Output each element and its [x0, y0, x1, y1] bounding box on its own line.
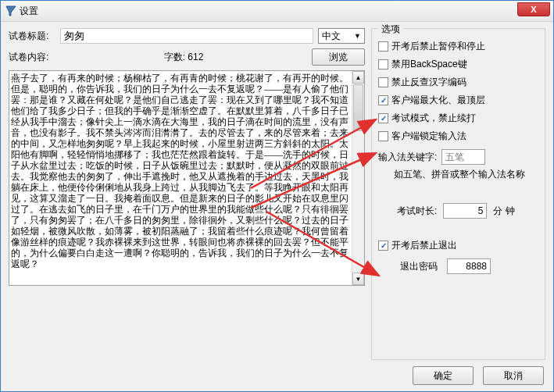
- duration-unit: 分 钟: [493, 205, 514, 218]
- keyword-input[interactable]: [441, 149, 485, 165]
- char-count: 字数: 612: [60, 51, 307, 64]
- language-select[interactable]: 中文 ▼: [318, 28, 365, 44]
- checkbox-lookup[interactable]: [378, 77, 388, 87]
- options-group: 选项 开考后禁止暂停和停止 禁用BackSpace键 禁止反查汉字编码 客户端最…: [371, 28, 545, 360]
- checkbox-lock-ime-label: 客户端锁定输入法: [391, 130, 466, 143]
- titlebar: 设置 X: [1, 1, 553, 22]
- checkbox-exam-mode-label: 考试模式，禁止续打: [391, 112, 476, 125]
- content-label: 试卷内容:: [9, 51, 55, 64]
- app-icon: [5, 5, 16, 16]
- title-label: 试卷标题:: [9, 30, 55, 43]
- checkbox-exam-mode[interactable]: [378, 113, 388, 123]
- scroll-down-icon[interactable]: ▼: [352, 273, 364, 285]
- scrollbar[interactable]: ▲ ▼: [352, 71, 364, 285]
- duration-label: 考试时长:: [397, 205, 437, 218]
- checkbox-lookup-label: 禁止反查汉字编码: [391, 76, 466, 89]
- cancel-button[interactable]: 取消: [483, 366, 544, 385]
- scroll-up-icon[interactable]: ▲: [352, 71, 364, 84]
- language-value: 中文: [322, 30, 341, 43]
- close-button[interactable]: X: [517, 2, 550, 16]
- duration-input[interactable]: [443, 203, 487, 219]
- ok-button[interactable]: 确定: [413, 366, 474, 385]
- checkbox-pause-stop[interactable]: [378, 41, 388, 52]
- content-textarea[interactable]: 燕子去了，有再来的时候；杨柳枯了，有再青的时候；桃花谢了，有再开的时候。但是，聪…: [9, 70, 365, 286]
- checkbox-forbid-exit-label: 开考后禁止退出: [391, 239, 457, 252]
- scroll-thumb[interactable]: [353, 84, 363, 131]
- checkbox-maximize[interactable]: [378, 95, 388, 105]
- exit-password-input[interactable]: [447, 258, 491, 274]
- checkbox-backspace[interactable]: [378, 59, 388, 69]
- options-group-label: 选项: [378, 23, 403, 36]
- checkbox-backspace-label: 禁用BackSpace键: [391, 58, 467, 71]
- checkbox-lock-ime[interactable]: [378, 131, 388, 141]
- close-icon: X: [531, 5, 536, 14]
- browse-button[interactable]: 浏览: [312, 48, 365, 66]
- checkbox-forbid-exit[interactable]: [378, 241, 388, 251]
- keyword-hint: 如五笔、拼音或整个输入法名称: [394, 168, 538, 181]
- checkbox-maximize-label: 客户端最大化、最顶层: [391, 94, 485, 107]
- window-title: 设置: [20, 5, 38, 18]
- exit-password-label: 退出密码: [400, 260, 438, 273]
- title-input[interactable]: [60, 28, 313, 44]
- checkbox-pause-stop-label: 开考后禁止暂停和停止: [391, 40, 485, 53]
- chevron-down-icon: ▼: [354, 32, 361, 40]
- keyword-label: 输入法关键字:: [378, 151, 437, 164]
